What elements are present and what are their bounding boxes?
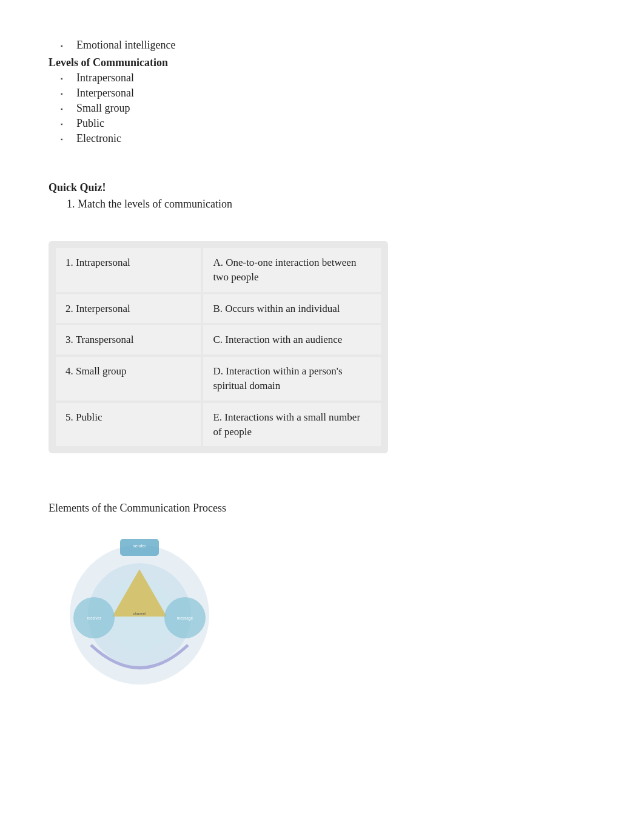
- matching-table: 1. Intrapersonal A. One-to-one interacti…: [53, 246, 383, 448]
- level-label-2: Small group: [76, 102, 130, 115]
- table-row: 4. Small group D. Interaction within a p…: [56, 357, 381, 401]
- bullet-icon-0: ▪: [61, 75, 68, 82]
- levels-title: Levels of Communication: [49, 56, 595, 69]
- bullet-icon-1: ▪: [61, 90, 68, 97]
- table-cell-right-3: D. Interaction within a person's spiritu…: [203, 357, 381, 401]
- svg-text:receiver: receiver: [87, 616, 101, 620]
- bullet-icon-2: ▪: [61, 106, 68, 112]
- svg-text:message: message: [177, 616, 193, 621]
- quick-quiz-section: Quick Quiz! 1. Match the levels of commu…: [49, 181, 595, 211]
- table-row: 2. Interpersonal B. Occurs within an ind…: [56, 294, 381, 323]
- table-cell-right-1: B. Occurs within an individual: [203, 294, 381, 323]
- diagram-svg: sender receiver message channel: [61, 527, 218, 697]
- elements-section: Elements of the Communication Process se…: [49, 502, 595, 697]
- level-label-3: Public: [76, 117, 104, 130]
- table-cell-left-4: 5. Public: [56, 403, 201, 447]
- bullet-icon-4: ▪: [61, 136, 68, 143]
- level-item-1: ▪ Interpersonal: [49, 87, 595, 100]
- svg-text:channel: channel: [133, 612, 146, 615]
- level-item-2: ▪ Small group: [49, 102, 595, 115]
- matching-table-container: 1. Intrapersonal A. One-to-one interacti…: [49, 241, 388, 453]
- bullet-icon-3: ▪: [61, 121, 68, 127]
- table-cell-left-3: 4. Small group: [56, 357, 201, 401]
- svg-text:sender: sender: [133, 544, 146, 548]
- table-cell-right-4: E. Interactions with a small number of p…: [203, 403, 381, 447]
- table-row: 3. Transpersonal C. Interaction with an …: [56, 325, 381, 354]
- level-label-4: Electronic: [76, 132, 121, 145]
- level-item-3: ▪ Public: [49, 117, 595, 130]
- table-row: 5. Public E. Interactions with a small n…: [56, 403, 381, 447]
- table-cell-left-2: 3. Transpersonal: [56, 325, 201, 354]
- level-label-0: Intrapersonal: [76, 72, 134, 84]
- quiz-instruction: 1. Match the levels of communication: [67, 198, 595, 211]
- level-label-1: Interpersonal: [76, 87, 134, 100]
- table-cell-left-1: 2. Interpersonal: [56, 294, 201, 323]
- table-cell-right-2: C. Interaction with an audience: [203, 325, 381, 354]
- top-bullet-text: Emotional intelligence: [76, 39, 175, 52]
- level-item-4: ▪ Electronic: [49, 132, 595, 145]
- table-cell-left-0: 1. Intrapersonal: [56, 248, 201, 292]
- table-row: 1. Intrapersonal A. One-to-one interacti…: [56, 248, 381, 292]
- level-item-0: ▪ Intrapersonal: [49, 72, 595, 84]
- table-cell-right-0: A. One-to-one interaction between two pe…: [203, 248, 381, 292]
- communication-diagram: sender receiver message channel: [61, 527, 218, 697]
- bullet-icon: ▪: [61, 42, 68, 49]
- elements-title: Elements of the Communication Process: [49, 502, 595, 515]
- top-bullet-item: ▪ Emotional intelligence: [49, 39, 595, 52]
- quick-quiz-title: Quick Quiz!: [49, 181, 595, 194]
